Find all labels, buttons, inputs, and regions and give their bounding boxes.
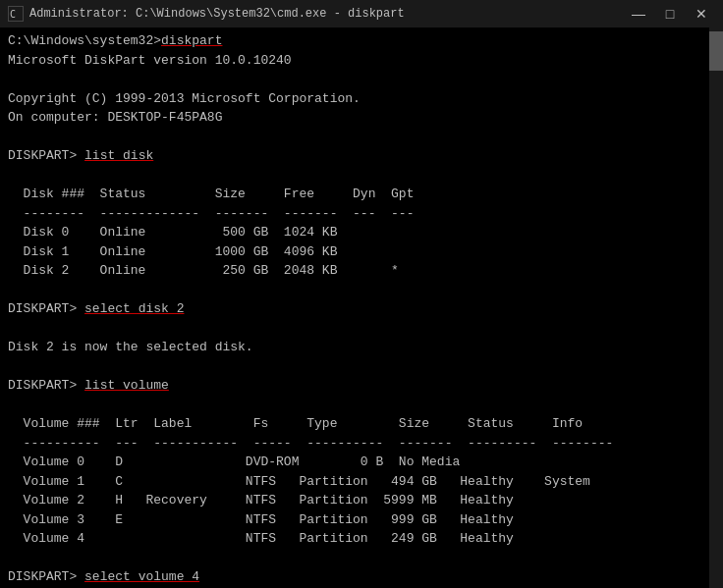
blank2 [8, 128, 715, 147]
vol3-line: Volume 3 E NTFS Partition 999 GB Healthy [8, 510, 715, 530]
console-body[interactable]: C:\Windows\system32>diskpart Microsoft D… [0, 27, 723, 588]
prompt4-line: DISKPART> select volume 4 [8, 567, 715, 587]
scrollbar[interactable] [709, 27, 723, 588]
blank6 [8, 357, 715, 377]
vol0-line: Volume 0 D DVD-ROM 0 B No Media [8, 453, 715, 472]
disk-header1: Disk ### Status Size Free Dyn Gpt [8, 185, 715, 204]
blank5 [8, 319, 715, 339]
disk-header2: -------- ------------- ------- ------- -… [8, 204, 715, 224]
blank4 [8, 281, 715, 300]
window-title: Administrator: C:\Windows\System32\cmd.e… [29, 7, 405, 21]
maximize-button[interactable]: □ [656, 4, 684, 24]
vol4-line: Volume 4 NTFS Partition 249 GB Healthy [8, 529, 715, 549]
prompt1-line: DISKPART> list disk [8, 146, 715, 166]
disk1-line: Disk 1 Online 1000 GB 4096 KB [8, 242, 715, 262]
selected-disk-line: Disk 2 is now the selected disk. [8, 338, 715, 357]
computer-line: On computer: DESKTOP-F45PA8G [8, 108, 715, 128]
blank3 [8, 166, 715, 186]
path-prompt: C:\Windows\system32> [8, 33, 161, 48]
prompt3-line: DISKPART> list volume [8, 376, 715, 396]
disk0-line: Disk 0 Online 500 GB 1024 KB [8, 223, 715, 242]
title-bar-left: C Administrator: C:\Windows\System32\cmd… [8, 6, 405, 22]
vol-header1: Volume ### Ltr Label Fs Type Size Status… [8, 414, 715, 434]
vol2-line: Volume 2 H Recovery NTFS Partition 5999 … [8, 491, 715, 510]
scrollbar-thumb[interactable] [709, 31, 723, 71]
disk2-line: Disk 2 Online 250 GB 2048 KB * [8, 261, 715, 281]
version-line: Microsoft DiskPart version 10.0.10240 [8, 51, 715, 71]
path-line: C:\Windows\system32>diskpart [8, 31, 715, 51]
blank7 [8, 396, 715, 415]
title-bar-controls: — □ ✕ [625, 4, 715, 24]
blank8 [8, 549, 715, 568]
svg-text:C: C [10, 9, 16, 20]
prompt2-line: DISKPART> select disk 2 [8, 299, 715, 319]
vol-header2: ---------- --- ----------- ----- -------… [8, 434, 715, 454]
cmd-window: C Administrator: C:\Windows\System32\cmd… [0, 0, 723, 588]
copyright-line: Copyright (C) 1999-2013 Microsoft Corpor… [8, 89, 715, 109]
blank1 [8, 70, 715, 89]
close-button[interactable]: ✕ [688, 4, 715, 24]
vol1-line: Volume 1 C NTFS Partition 494 GB Healthy… [8, 472, 715, 492]
title-bar: C Administrator: C:\Windows\System32\cmd… [0, 0, 723, 27]
cmd-icon: C [8, 6, 24, 22]
minimize-button[interactable]: — [625, 4, 652, 24]
